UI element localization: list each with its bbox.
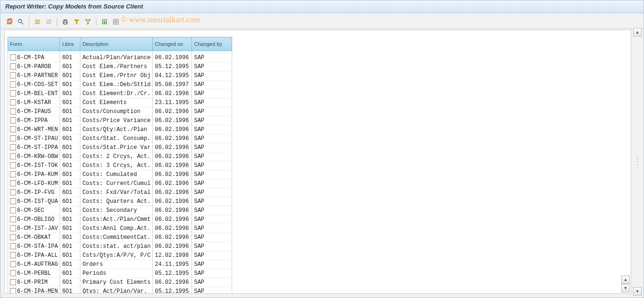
table-row[interactable]: 6-LM-COS-SET6O1Cost Elem.:Deb/Sttld05.08… [8,80,232,89]
cell-description: Costs/Price Variance [80,116,153,125]
table-row[interactable]: 6-CM-OBLIGO6O1Costs:Act./Plan/Cmmt06.02.… [8,215,232,224]
row-checkbox[interactable] [10,162,16,168]
table-row[interactable]: 6-CM-IST-TOK6O1Costs: 3 Crcys, Act.06.02… [8,161,232,170]
row-checkbox[interactable] [10,153,16,159]
cell-changed-on: 06.02.1996 [153,125,192,134]
toolbar-separator [57,18,57,26]
table-row[interactable]: 6-CM-IPAUS6O1Costs/Consumption06.02.1996… [8,107,232,116]
cell-changed-on: 06.02.1996 [153,53,192,62]
row-checkbox[interactable] [10,252,16,258]
table-row[interactable]: 6-CM-IPPA6O1Costs/Price Variance06.02.19… [8,116,232,125]
row-checkbox[interactable] [10,270,16,276]
col-header-form[interactable]: Form [8,37,60,51]
row-checkbox[interactable] [10,54,16,61]
row-checkbox[interactable] [10,90,16,96]
table-row[interactable]: 6-CM-ST-IPAU6O1Costs/Stat. Consump.06.02… [8,134,232,143]
cell-changed-by: SAP [192,134,232,143]
scroll-down-icon[interactable]: ▼ [633,287,642,296]
cell-changed-by: SAP [192,206,232,215]
scroll-track[interactable] [633,36,642,287]
cell-changed-by: SAP [192,170,232,179]
cell-form: 6-CM-IPAUS [8,107,60,116]
table-row[interactable]: 6-LM-PARTNER6O1Cost Elem./Prtnr Obj04.12… [8,71,232,80]
content-area: Form Libra Description Changed on Change… [4,30,631,294]
deselect-all-icon[interactable] [44,17,54,27]
row-checkbox[interactable] [10,207,16,213]
cell-changed-on: 06.02.1996 [153,188,192,197]
table-row[interactable]: 6-CM-OBKAT6O1Costs:CommitmentCat.06.02.1… [8,233,232,242]
cell-changed-by: SAP [192,62,232,71]
table-row[interactable]: 6-CM-KRW-OBW6O1Costs: 2 Crcys, Act.06.02… [8,152,232,161]
cell-form: 6-CM-SEC [8,206,60,215]
row-checkbox[interactable] [10,288,16,294]
table-row[interactable]: 6-CM-IPA-KUM6O1Costs: Cumulated06.02.199… [8,170,232,179]
select-all-icon[interactable] [32,17,43,27]
row-checkbox[interactable] [10,180,16,186]
filter-icon[interactable] [71,17,82,27]
print-icon[interactable] [60,17,70,27]
table-row[interactable]: 6-CM-WRT-MEN6O1Costs/Qty:Act./Plan06.02.… [8,125,232,134]
table-row[interactable]: 6-CM-ST-IPPA6O1Costs/Stat.Price Var06.02… [8,143,232,152]
row-checkbox[interactable] [10,261,16,267]
row-checkbox[interactable] [10,99,16,105]
find-icon[interactable] [16,17,26,27]
table-row[interactable]: 6-CM-IST-JAV6O1Costs:Annl Comp.Act.06.02… [8,224,232,233]
main-scrollbar[interactable]: ▲ ▼ [633,28,642,296]
cell-form-text: 6-LM-PERBL [17,270,51,277]
filter2-icon[interactable] [83,17,93,27]
row-checkbox[interactable] [10,279,16,285]
cell-changed-on: 05.08.1997 [153,80,192,89]
content-scroll-down-icon[interactable]: ▼ [621,284,630,292]
row-checkbox[interactable] [10,108,16,114]
cell-form-text: 6-CM-IP-FVG [17,189,54,196]
row-checkbox[interactable] [10,171,16,177]
row-checkbox[interactable] [10,144,16,150]
col-header-changed-on[interactable]: Changed on [153,37,192,51]
table-row[interactable]: 6-LM-PAROB6O1Cost Elem./Partners05.12.19… [8,62,232,71]
row-checkbox[interactable] [10,126,16,132]
row-checkbox[interactable] [10,189,16,195]
table-row[interactable]: 6-CM-IST-QUA6O1Costs: Quarters Act.06.02… [8,197,232,206]
row-checkbox[interactable] [10,198,16,204]
table-row[interactable]: 6-CM-IP-FVG6O1Costs: Fxd/Var/Total06.02.… [8,188,232,197]
content-scroll-up-icon[interactable]: ▲ [621,275,630,284]
row-checkbox[interactable] [10,225,16,231]
cell-library: 6O1 [60,188,80,197]
table-row[interactable]: 6-LM-AUFTRAG6O1Orders24.11.1995SAP [8,260,232,269]
sheet-icon[interactable] [111,17,121,27]
row-checkbox[interactable] [10,117,16,123]
table-row[interactable]: 6-CM-STA-IPA6O1Costs:stat. act/plan06.02… [8,242,232,251]
row-checkbox[interactable] [10,72,16,79]
col-header-library[interactable]: Libra [60,37,80,51]
cell-description: Costs: Fxd/Var/Total [80,188,153,197]
cell-changed-on: 06.02.1996 [153,206,192,215]
copy-icon[interactable] [4,17,15,27]
cell-form-text: 6-CM-IPA [17,54,44,61]
cell-form-text: 6-CM-OBKAT [17,234,51,241]
row-checkbox[interactable] [10,234,16,240]
scroll-handle-icon[interactable] [635,155,640,169]
content-scrollbar[interactable]: ▲ ▼ [621,275,630,292]
cell-form: 6-CM-IPA-ALL [8,251,60,260]
cell-description: Cost Elem./Partners [80,62,153,71]
table-row[interactable]: 6-CM-IPA-ALL6O1Csts/Qtys:A/P/V, P/C12.02… [8,251,232,260]
table-row[interactable]: 6-LM-PRIM6O1Primary Cost Elemnts06.02.19… [8,278,232,287]
row-checkbox[interactable] [10,243,16,249]
table-row[interactable]: 6-CM-IPA-MEN6O1Qtys: Act/Plan/Var.05.12.… [8,287,232,294]
scroll-up-icon[interactable]: ▲ [633,28,642,36]
table-row[interactable]: 6-LM-KSTAR6O1Cost Elements23.11.1995SAP [8,98,232,107]
table-row[interactable]: 6-LM-PERBL6O1Periods05.12.1995SAP [8,269,232,278]
table-row[interactable]: 6-CM-IPA6O1Actual/Plan/Variance06.02.199… [8,53,232,62]
table-row[interactable]: 6-LM-BEL-ENT6O1Cost Element:Dr./Cr.06.02… [8,89,232,98]
row-checkbox[interactable] [10,216,16,222]
export-icon[interactable] [99,17,110,27]
row-checkbox[interactable] [10,63,16,70]
cell-changed-by: SAP [192,287,232,294]
col-header-description[interactable]: Description [80,37,153,51]
row-checkbox[interactable] [10,135,16,141]
table-row[interactable]: 6-CM-SEC6O1Costs: Secondary06.02.1996SAP [8,206,232,215]
row-checkbox[interactable] [10,81,16,88]
col-header-changed-by[interactable]: Changed by [192,37,232,51]
table-row[interactable]: 6-CM-LFD-KUM6O1Costs: Current/Cumul06.02… [8,179,232,188]
cell-form: 6-LM-BEL-ENT [8,89,60,98]
